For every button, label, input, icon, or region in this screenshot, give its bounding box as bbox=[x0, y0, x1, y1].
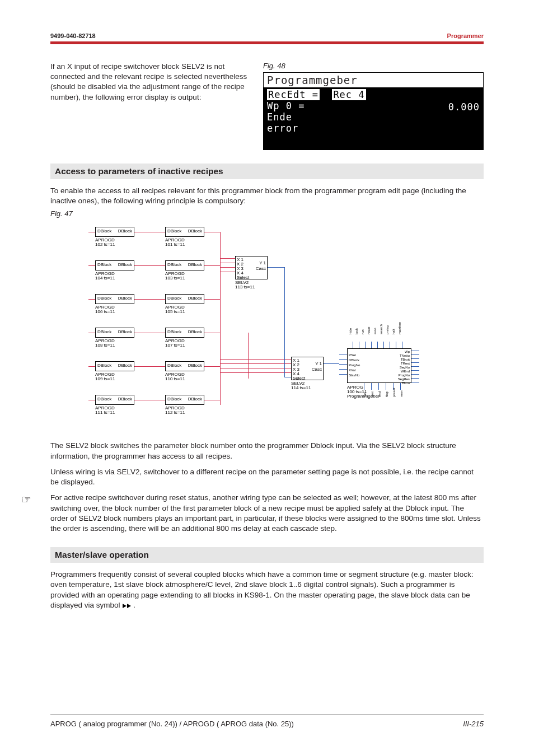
header-rule bbox=[50, 41, 484, 44]
device-line4: error bbox=[267, 123, 480, 134]
section-name: Programmer bbox=[447, 32, 484, 39]
wire bbox=[134, 400, 165, 400]
device-title: Programmgeber bbox=[264, 73, 483, 88]
wire bbox=[88, 299, 95, 300]
aprogd-block: DBlockDBlock bbox=[165, 294, 204, 304]
intro-paragraph: If an X input of recipe switchover block… bbox=[50, 62, 252, 102]
sec1-intro-para: To enable the access to all recipes rele… bbox=[50, 186, 484, 206]
doc-id: 9499-040-82718 bbox=[50, 32, 96, 39]
wire bbox=[268, 267, 284, 268]
block-label: APROGD110 ts=11 bbox=[165, 372, 185, 381]
wire bbox=[324, 363, 339, 364]
wire bbox=[390, 342, 390, 348]
wire bbox=[411, 370, 419, 371]
wire bbox=[378, 383, 379, 390]
wire bbox=[411, 382, 419, 382]
wire bbox=[220, 232, 221, 333]
wire bbox=[88, 265, 95, 266]
aprogd-block: DBlockDBlock bbox=[165, 227, 204, 237]
wire bbox=[371, 342, 372, 348]
wire bbox=[339, 359, 347, 360]
wire bbox=[134, 366, 165, 367]
wiring-diagram: DBlockDBlockDBlockDBlockAPROGD102 ts=11A… bbox=[84, 222, 442, 435]
aprogd-block: DBlockDBlock bbox=[165, 361, 204, 371]
wire bbox=[411, 374, 419, 375]
wire bbox=[393, 383, 394, 390]
aprog-label: APROG100 ts=11Programmgeber bbox=[347, 385, 380, 399]
wire bbox=[204, 400, 220, 400]
device-display: Programmgeber RecEdt = Rec 4 Wp 0 = 0.00… bbox=[263, 72, 484, 150]
wire bbox=[220, 368, 291, 368]
wire bbox=[220, 363, 291, 364]
note-icon: ☞ bbox=[21, 493, 31, 506]
wire bbox=[339, 364, 347, 365]
device-value: 0.000 bbox=[448, 101, 480, 113]
selv2-block-1: X 1X 2X 3X 4SelectY 1Casc bbox=[235, 256, 268, 279]
wire bbox=[204, 232, 220, 232]
wire bbox=[134, 299, 165, 300]
block-label: APROGD112 ts=11 bbox=[165, 406, 185, 415]
aprogd-block: DBlockDBlock bbox=[165, 395, 204, 405]
block-label: APROGD107 ts=11 bbox=[165, 339, 185, 348]
fig47-caption: Fig. 47 bbox=[50, 209, 79, 218]
aprogd-block: DBlockDBlock bbox=[165, 260, 204, 270]
device-body: RecEdt = Rec 4 Wp 0 = 0.000 Ende error bbox=[264, 88, 483, 150]
play-icon-2 bbox=[127, 604, 131, 608]
wire bbox=[220, 333, 221, 405]
device-line3: Ende bbox=[267, 111, 480, 123]
wire bbox=[88, 366, 95, 367]
wire bbox=[402, 342, 402, 348]
block-label: SELV2114 ts=11 bbox=[291, 381, 311, 390]
aprogd-block: DBlockDBlock bbox=[95, 227, 134, 237]
wire bbox=[134, 232, 165, 232]
aprogd-block: DBlockDBlock bbox=[95, 328, 134, 338]
aprogd-block: DBlockDBlock bbox=[165, 328, 204, 338]
wire bbox=[411, 362, 419, 363]
device-sel-right: Rec 4 bbox=[332, 89, 366, 100]
sec1-after1: The SELV2 block switches the parameter b… bbox=[50, 441, 484, 461]
wire bbox=[248, 333, 249, 379]
wire bbox=[220, 263, 235, 263]
selv2-block-2: X 1X 2X 3X 4SelectY 1Casc bbox=[291, 357, 324, 380]
block-label: APROGD102 ts=11 bbox=[95, 238, 115, 247]
wire bbox=[339, 369, 347, 370]
block-label: APROGD111 ts=11 bbox=[95, 406, 115, 415]
aprogd-block: DBlockDBlock bbox=[95, 395, 134, 405]
wire bbox=[88, 333, 95, 333]
wire bbox=[339, 374, 347, 375]
wire bbox=[204, 333, 220, 333]
aprogd-block: DBlockDBlock bbox=[95, 294, 134, 304]
wire bbox=[284, 377, 291, 377]
play-icon bbox=[123, 604, 127, 608]
wire bbox=[359, 342, 359, 348]
sec1-note: For active recipe switchover during rese… bbox=[50, 493, 484, 534]
wire bbox=[220, 258, 235, 259]
wire bbox=[364, 383, 364, 390]
wire bbox=[134, 333, 165, 333]
block-label: APROGD104 ts=11 bbox=[95, 272, 115, 281]
sec2-para: Programmers frequently consist of severa… bbox=[50, 570, 484, 610]
footer-page: III-215 bbox=[463, 720, 484, 728]
wire bbox=[411, 351, 419, 351]
footer-rule bbox=[50, 714, 484, 715]
fig48-caption: Fig. 48 bbox=[263, 62, 484, 70]
block-label: APROGD109 ts=11 bbox=[95, 372, 115, 381]
block-label: APROGD105 ts=11 bbox=[165, 305, 185, 314]
wire bbox=[88, 232, 95, 232]
sec1-after2: Unless wiring is via SELV2, switchover t… bbox=[50, 467, 484, 487]
wire bbox=[220, 272, 235, 272]
block-label: APROGD106 ts=11 bbox=[95, 305, 115, 314]
wire bbox=[396, 342, 396, 348]
wire bbox=[134, 265, 165, 266]
block-label: SELV2113 ts=11 bbox=[235, 281, 255, 290]
wire bbox=[383, 342, 384, 348]
aprog-block: PSetDBlockProgNoXValSlavNoWpTNettoTBrutt… bbox=[347, 348, 411, 383]
wire bbox=[204, 299, 220, 300]
aprogd-block: DBlockDBlock bbox=[95, 361, 134, 371]
section-heading-2: Master/slave operation bbox=[50, 547, 484, 563]
device-sel-left: RecEdt = bbox=[267, 89, 320, 100]
sec2-para-text: Programmers frequently consist of severa… bbox=[50, 570, 474, 609]
wire bbox=[284, 267, 285, 377]
wire bbox=[400, 383, 401, 390]
wire bbox=[371, 383, 372, 390]
